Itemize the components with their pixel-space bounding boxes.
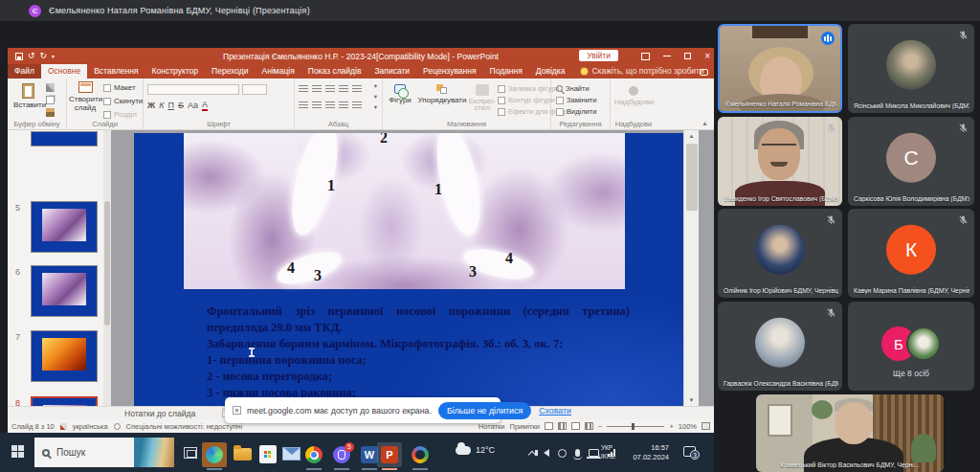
- tab-slideshow[interactable]: Показ слайдів: [301, 64, 368, 79]
- language-indicator[interactable]: українська: [73, 422, 108, 431]
- scroll-down-icon[interactable]: ▼: [684, 394, 699, 406]
- section-button[interactable]: Розділ: [103, 110, 137, 119]
- participant-tile[interactable]: С Саркісова Юлія Володимирівна (БДМУ, Ч.…: [848, 117, 974, 206]
- change-case-button[interactable]: Аа: [188, 101, 198, 110]
- font-color-button[interactable]: А: [202, 100, 208, 110]
- indent-decrease-icon[interactable]: [325, 85, 335, 93]
- edge-icon[interactable]: [206, 446, 223, 463]
- current-slide[interactable]: 2 1 1 4 3 3 4 Фронтальний зріз первинної…: [134, 133, 695, 406]
- align-text-button[interactable]: ▾: [374, 93, 377, 101]
- meet-app-icon[interactable]: [412, 446, 429, 463]
- arrange-button[interactable]: Упорядкувати: [417, 84, 467, 104]
- convert-smartart-button[interactable]: ▾: [374, 103, 377, 111]
- strikethrough-button[interactable]: S: [178, 101, 184, 110]
- slideshow-icon[interactable]: [585, 422, 593, 430]
- tell-me-box[interactable]: Скажіть, що потрібно зробити: [581, 66, 703, 79]
- thumbnail-slide5[interactable]: [31, 201, 98, 253]
- layout-button[interactable]: Макет: [103, 83, 136, 92]
- mail-icon[interactable]: [282, 447, 301, 461]
- sign-in-button[interactable]: Увійти: [579, 50, 618, 61]
- addins-button[interactable]: Надбудови: [614, 86, 653, 106]
- text-direction-button[interactable]: ▾: [374, 82, 377, 90]
- zoom-level[interactable]: 100%: [679, 422, 697, 431]
- slide-scrollbar[interactable]: ▲ ▼: [683, 130, 699, 406]
- bullets-icon[interactable]: [299, 85, 308, 93]
- speaker-icon[interactable]: [544, 449, 549, 457]
- accessibility-status[interactable]: Спеціальні можливості: недоступні: [126, 422, 242, 431]
- shapes-button[interactable]: Фігури: [385, 84, 415, 104]
- align-center-icon[interactable]: [312, 101, 322, 109]
- thumbnail-scrollbar[interactable]: [103, 130, 111, 406]
- tab-design[interactable]: Конструктор: [145, 64, 205, 79]
- customize-qat-icon[interactable]: ▾: [52, 53, 55, 59]
- redo-icon[interactable]: ↻: [40, 52, 48, 60]
- participant-overflow-tile[interactable]: Б Ще 8 осіб: [848, 302, 974, 391]
- justify-icon[interactable]: [339, 101, 348, 109]
- zoom-slider[interactable]: [607, 426, 664, 427]
- close-icon[interactable]: ×: [704, 52, 710, 61]
- thumbnail-slide4-partial[interactable]: [31, 131, 98, 146]
- paste-button[interactable]: Вставити: [13, 83, 42, 109]
- cut-icon[interactable]: [46, 83, 55, 92]
- language-switcher[interactable]: УКР UKRE: [598, 443, 615, 461]
- taskbar-clock[interactable]: 16:57 07.02.2024: [625, 443, 669, 461]
- participant-tile[interactable]: Гарвасюк Олександра Василівна (БДМУ, ...: [718, 302, 842, 391]
- undo-icon[interactable]: ↺: [28, 52, 35, 60]
- collapse-ribbon-icon[interactable]: ▲: [702, 120, 708, 126]
- microphone-icon[interactable]: [575, 449, 580, 457]
- select-button[interactable]: Виділити: [556, 107, 596, 116]
- comments-toggle[interactable]: Примітки: [510, 422, 540, 431]
- indent-increase-icon[interactable]: [339, 85, 348, 93]
- thumbnail-slide6[interactable]: [31, 265, 98, 317]
- quick-access-toolbar[interactable]: ↺ ↻ ▾: [15, 52, 55, 60]
- tab-file[interactable]: Файл: [8, 64, 41, 79]
- minimize-icon[interactable]: [663, 56, 671, 56]
- restore-icon[interactable]: [684, 53, 691, 59]
- thumbnail-slide8-selected[interactable]: [31, 396, 98, 406]
- new-slide-button[interactable]: Створити слайд: [69, 81, 101, 112]
- underline-button[interactable]: П: [167, 101, 173, 110]
- tab-review[interactable]: Рецензування: [416, 64, 482, 79]
- participant-tile[interactable]: Кривецький Віктор Васильович БДМУ, Черні…: [756, 394, 944, 472]
- find-button[interactable]: Знайти: [556, 84, 596, 93]
- action-center-icon[interactable]: 3: [683, 446, 696, 457]
- bold-button[interactable]: Ж: [147, 101, 155, 110]
- participant-tile-speaking[interactable]: Ємельяненко Наталя Романівна БДМУ, Ч...: [718, 24, 842, 113]
- font-name-combo[interactable]: [147, 84, 239, 95]
- font-size-combo[interactable]: [242, 84, 267, 95]
- word-icon[interactable]: W: [361, 446, 378, 463]
- fit-slide-icon[interactable]: [702, 422, 710, 430]
- participant-tile[interactable]: Ясінський Микола Миколайович (БДМУ, ...: [848, 24, 974, 113]
- slide-canvas[interactable]: 2 1 1 4 3 3 4 Фронтальний зріз первинної…: [111, 130, 699, 406]
- file-explorer-icon[interactable]: [234, 448, 252, 461]
- weather-widget[interactable]: 12°C: [456, 445, 495, 455]
- onedrive-icon[interactable]: [558, 449, 567, 458]
- reset-button[interactable]: Скинути: [103, 97, 143, 105]
- tab-home[interactable]: Основне: [41, 64, 87, 79]
- scroll-up-icon[interactable]: ▲: [684, 130, 699, 142]
- line-spacing-icon[interactable]: [352, 85, 362, 93]
- tab-insert[interactable]: Вставлення: [87, 64, 145, 79]
- search-daily-image[interactable]: [134, 438, 174, 467]
- microsoft-store-icon[interactable]: [259, 445, 277, 463]
- zoom-slider-thumb[interactable]: [632, 423, 635, 430]
- participant-tile[interactable]: Давиденко Ігор Святославович (БДМУ, Ч...: [718, 117, 842, 206]
- chrome-icon[interactable]: [305, 446, 323, 463]
- spell-check-icon[interactable]: [60, 423, 67, 430]
- stop-sharing-button[interactable]: Більше не ділитися: [438, 402, 531, 419]
- copy-icon[interactable]: [46, 96, 55, 104]
- normal-view-icon[interactable]: [545, 422, 553, 430]
- start-button[interactable]: [11, 445, 25, 459]
- task-view-icon[interactable]: [184, 447, 197, 459]
- tab-view[interactable]: Подання: [483, 64, 529, 79]
- powerpoint-icon[interactable]: P: [381, 446, 398, 463]
- align-right-icon[interactable]: [325, 101, 335, 109]
- tab-help[interactable]: Довідка: [529, 64, 572, 79]
- columns-icon[interactable]: [352, 101, 362, 109]
- scrollbar-thumb[interactable]: [686, 144, 698, 211]
- italic-button[interactable]: К: [159, 101, 164, 110]
- format-painter-icon[interactable]: [46, 108, 55, 117]
- tab-transitions[interactable]: Переходи: [205, 64, 256, 79]
- title-bar[interactable]: ↺ ↻ ▾ Презентація Ємельяненко Н.Р. - 202…: [8, 48, 714, 64]
- search-box[interactable]: Пошук: [34, 438, 174, 467]
